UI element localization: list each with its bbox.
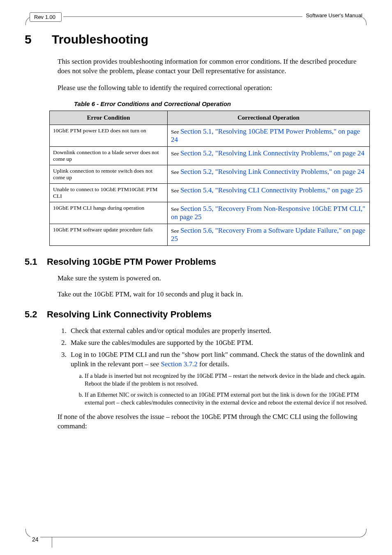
error-condition: 10GbE PTM CLI hangs during operation — [50, 202, 168, 224]
section-heading-5-1: 5.1Resolving 10GbE PTM Power Problems — [25, 257, 367, 267]
list-item: Log in to 10GbE PTM CLI and run the "sho… — [68, 350, 367, 407]
table-row: Uplink connection to remote switch does … — [50, 165, 370, 183]
table-row: Downlink connection to a blade server do… — [50, 146, 370, 165]
error-conditions-table: Error Condition Correctional Operation 1… — [49, 111, 370, 246]
table-row: 10GbE PTM power LED does not turn on See… — [50, 125, 370, 146]
table-header-operation: Correctional Operation — [168, 111, 370, 125]
section-5-2-closing: If none of the above resolves the issue … — [58, 412, 367, 431]
correctional-operation: See Section 5.2, "Resolving Link Connect… — [168, 146, 370, 165]
section-number: 5.1 — [25, 257, 47, 267]
sublist-item: If an Ethernet NIC or switch is connecte… — [85, 391, 367, 407]
intro-paragraph-2: Please use the following table to identi… — [58, 83, 367, 93]
section-number: 5.2 — [25, 309, 47, 320]
table-caption: Table 6 - Error Conditions and Correctio… — [74, 100, 367, 107]
doc-title: Software User's Manual — [302, 12, 362, 18]
cross-reference-link[interactable]: Section 5.2, "Resolving Link Connectivit… — [180, 149, 364, 157]
table-row: 10GbE PTM software update procedure fail… — [50, 224, 370, 245]
sublist-item: If a blade is inserted but not recognize… — [85, 372, 367, 388]
list-item: Check that external cables and/or optica… — [68, 326, 367, 336]
chapter-number: 5 — [25, 32, 52, 46]
section-5-1-p2: Take out the 10GbE PTM, wait for 10 seco… — [58, 290, 367, 299]
table-row: 10GbE PTM CLI hangs during operation See… — [50, 202, 370, 224]
error-condition: Downlink connection to a blade server do… — [50, 146, 168, 165]
section-5-2-sublist: If a blade is inserted but not recognize… — [76, 372, 367, 406]
intro-paragraph-1: This section provides troubleshooting in… — [58, 57, 367, 76]
chapter-heading: 5Troubleshooting — [25, 32, 367, 46]
correctional-operation: See Section 5.6, "Recovery From a Softwa… — [168, 224, 370, 245]
correctional-operation: See Section 5.5, "Recovery From Non-Resp… — [168, 202, 370, 224]
chapter-title: Troubleshooting — [52, 32, 148, 46]
cross-reference-link[interactable]: Section 5.1, "Resolving 10GbE PTM Power … — [171, 127, 360, 143]
section-5-2-list: Check that external cables and/or optica… — [58, 326, 367, 407]
error-condition: 10GbE PTM software update procedure fail… — [50, 224, 168, 245]
cross-reference-link[interactable]: Section 5.5, "Recovery From Non-Responsi… — [171, 205, 365, 221]
list-item: Make sure the cables/modules are support… — [68, 338, 367, 348]
error-condition: Unable to connect to 10GbE PTM10GbE PTM … — [50, 183, 168, 202]
section-title: Resolving 10GbE PTM Power Problems — [47, 257, 216, 267]
section-5-1-p1: Make sure the system is powered on. — [58, 274, 367, 283]
cross-reference-link[interactable]: Section 5.2, "Resolving Link Connectivit… — [180, 168, 364, 176]
revision-tag: Rev 1.00 — [30, 12, 62, 22]
page-footer: 24 — [25, 529, 367, 540]
section-heading-5-2: 5.2Resolving Link Connectivity Problems — [25, 309, 367, 320]
error-condition: 10GbE PTM power LED does not turn on — [50, 125, 168, 146]
correctional-operation: See Section 5.1, "Resolving 10GbE PTM Po… — [168, 125, 370, 146]
page-header: Rev 1.00 Software User's Manual — [25, 16, 367, 25]
table-header-condition: Error Condition — [50, 111, 168, 125]
section-title: Resolving Link Connectivity Problems — [47, 309, 212, 319]
correctional-operation: See Section 5.2, "Resolving Link Connect… — [168, 165, 370, 183]
error-condition: Uplink connection to remote switch does … — [50, 165, 168, 183]
cross-reference-link[interactable]: Section 5.4, "Resolving CLI Connectivity… — [180, 186, 362, 194]
table-row: Unable to connect to 10GbE PTM10GbE PTM … — [50, 183, 370, 202]
page-number: 24 — [30, 536, 40, 550]
cross-reference-link[interactable]: Section 3.7.2 — [161, 360, 198, 368]
correctional-operation: See Section 5.4, "Resolving CLI Connecti… — [168, 183, 370, 202]
cross-reference-link[interactable]: Section 5.6, "Recovery From a Software U… — [171, 227, 365, 243]
